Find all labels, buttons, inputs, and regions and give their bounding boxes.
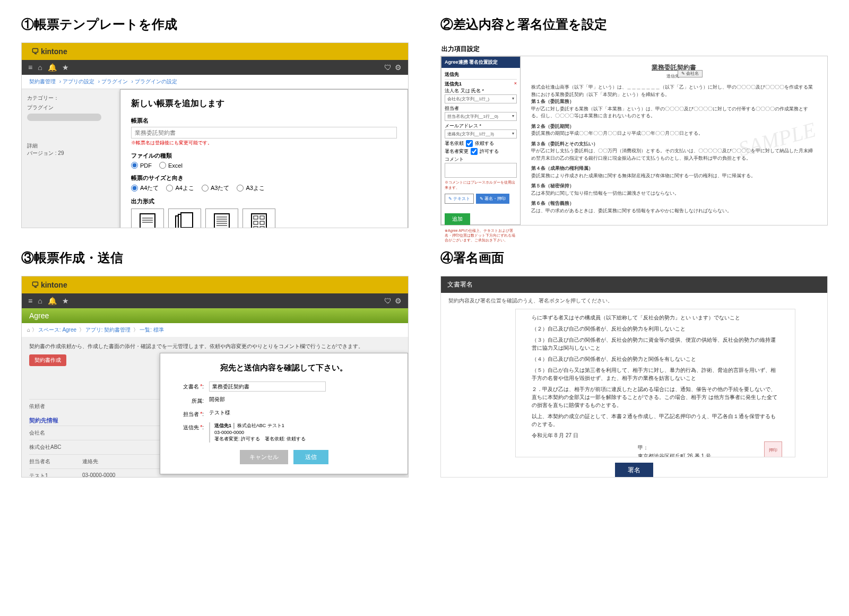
- svg-rect-14: [254, 216, 258, 219]
- nav-bar: ≡ ⌂ 🔔 ★ 🛡⚙: [22, 293, 408, 308]
- p2-header: 出力項目設定: [440, 42, 828, 56]
- company-select[interactable]: 会社名(文字列__1行_)▾: [445, 94, 517, 103]
- mail-select[interactable]: 連絡先(文字列__1行__3)▾: [445, 129, 517, 138]
- step-2: ②差込内容と署名位置を設定 出力項目設定 Agree連携 署名位置設定 送信先 …: [440, 16, 828, 228]
- panel-3: 🗨 kintone ≡ ⌂ 🔔 ★ 🛡⚙ Agree ⌂ 〉スペース: Agre…: [21, 276, 409, 478]
- send-confirm-modal: 宛先と送信内容を確認して下さい。 文書名 *: 所属:開発部 担当者 *:テスト…: [160, 353, 408, 474]
- stamp-icon[interactable]: 押印: [764, 441, 782, 457]
- svg-rect-15: [260, 216, 264, 219]
- person-select[interactable]: 担当者名(文字列__1行__0)▾: [445, 112, 517, 121]
- sig-settings-panel: Agree連携 署名位置設定 送信先 送信先1× 法人名 又は 氏名 * 会社名…: [441, 56, 521, 225]
- shield-icon[interactable]: 🛡: [384, 297, 392, 305]
- close-icon[interactable]: ×: [514, 81, 517, 88]
- sig-button[interactable]: ✎ 署名・押印: [476, 194, 509, 204]
- step-3-title: ③帳票作成・送信: [21, 249, 409, 266]
- output-grid-icon: [242, 209, 275, 228]
- modal-title: 新しい帳票を追加します: [131, 98, 397, 109]
- send-button[interactable]: 送信: [293, 450, 328, 464]
- company-tag[interactable]: ✎ 会社名: [678, 70, 703, 77]
- size-radio[interactable]: A4たて A4よこ A3たて A3よこ: [131, 184, 397, 192]
- preview-document: SAMPLE 業務委託契約書 送信先1 株式会社逢山商事（以下「甲」という）は、…: [521, 56, 827, 225]
- svg-rect-16: [254, 221, 258, 224]
- star-icon[interactable]: ★: [62, 297, 69, 305]
- bell-icon[interactable]: 🔔: [48, 297, 57, 305]
- create-contract-button[interactable]: 契約書作成: [29, 354, 66, 366]
- text-button[interactable]: ✎ テキスト: [445, 194, 474, 204]
- panel-2: Agree連携 署名位置設定 送信先 送信先1× 法人名 又は 氏名 * 会社名…: [440, 56, 828, 225]
- star-icon[interactable]: ★: [62, 63, 69, 72]
- add-button[interactable]: 追加: [445, 213, 470, 225]
- home-icon[interactable]: ⌂: [38, 63, 42, 72]
- step-4: ④署名画面 文書署名 契約内容及び署名位置を確認のうえ、署名ボタンを押してくださ…: [440, 249, 828, 478]
- svg-rect-0: [140, 214, 155, 228]
- step-4-title: ④署名画面: [440, 249, 828, 266]
- sign-button[interactable]: 署名: [615, 463, 653, 478]
- menu-icon[interactable]: ≡: [28, 63, 32, 72]
- kintone-brand: 🗨 kintone: [22, 43, 408, 60]
- file-type-radio[interactable]: PDF Excel: [131, 162, 397, 169]
- menu-icon[interactable]: ≡: [28, 297, 32, 305]
- gear-icon[interactable]: ⚙: [395, 297, 402, 305]
- output-doc-icon: [205, 209, 238, 228]
- add-template-modal: 新しい帳票を追加します 帳票名 ※帳票名は登録後にも変更可能です。 ファイルの種…: [120, 89, 408, 228]
- template-name-input[interactable]: [131, 127, 397, 138]
- svg-rect-18: [254, 227, 258, 228]
- docname-input[interactable]: [209, 381, 326, 392]
- panel-1: 🗨 kintone ≡ ⌂ 🔔 ★ 🛡⚙ 契約書管理 › アプリの設定 › プラ…: [21, 42, 409, 228]
- breadcrumb: ⌂ 〉スペース: Agree 〉アプリ: 契約書管理 〉一覧: 標準: [22, 323, 408, 337]
- output-single-icon: [131, 209, 164, 228]
- cancel-button[interactable]: キャンセル: [240, 450, 288, 464]
- comment-input[interactable]: [445, 163, 517, 178]
- shield-icon[interactable]: 🛡: [384, 63, 392, 72]
- nav-bar: ≡ ⌂ 🔔 ★ 🛡⚙: [22, 60, 408, 75]
- step-2-title: ②差込内容と署名位置を設定: [440, 16, 828, 33]
- panel-4: 文書署名 契約内容及び署名位置を確認のうえ、署名ボタンを押してください。 らに準…: [440, 276, 828, 478]
- kintone-brand: 🗨 kintone: [22, 276, 408, 293]
- svg-rect-17: [260, 221, 264, 224]
- app-name: Agree: [22, 308, 408, 323]
- svg-rect-19: [260, 227, 264, 228]
- contract-document: らに準ずる者又はその構成員（以下総称して「反社会的勢力」とい います）でないこと…: [515, 309, 795, 457]
- sign-header: 文書署名: [441, 276, 827, 293]
- step-3: ③帳票作成・送信 🗨 kintone ≡ ⌂ 🔔 ★ 🛡⚙ Agree ⌂ 〉ス…: [21, 249, 409, 478]
- home-icon[interactable]: ⌂: [38, 297, 42, 305]
- breadcrumb: 契約書管理 › アプリの設定 › プラグイン › プラグインの設定: [22, 75, 408, 89]
- step-1-title: ①帳票テンプレートを作成: [21, 16, 409, 33]
- left-panel: カテゴリー： プラグイン 詳細 バージョン : 29: [22, 89, 107, 228]
- svg-rect-6: [181, 213, 193, 228]
- gear-icon[interactable]: ⚙: [395, 63, 402, 72]
- output-format-row[interactable]: [131, 209, 397, 228]
- output-multi-icon: [168, 209, 201, 228]
- kou-signature: 押印 甲： 東京都渋谷区桜丘町 26 番 1 号 株式会社 ABC 代表取締役 …: [638, 444, 779, 457]
- bell-icon[interactable]: 🔔: [48, 63, 57, 72]
- step-1: ①帳票テンプレートを作成 🗨 kintone ≡ ⌂ 🔔 ★ 🛡⚙ 契約書管理 …: [21, 16, 409, 228]
